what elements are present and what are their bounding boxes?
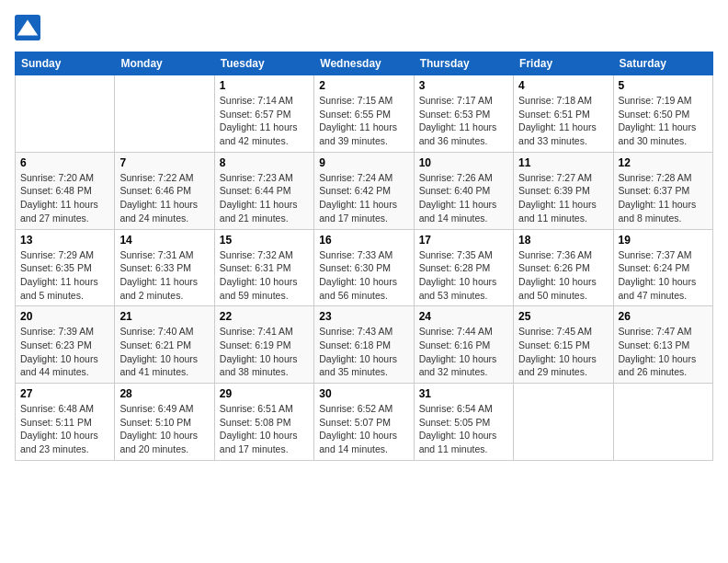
- calendar-cell: [514, 384, 613, 461]
- day-number: 20: [20, 310, 109, 323]
- calendar-cell: 22Sunrise: 7:41 AMSunset: 6:19 PMDayligh…: [214, 306, 313, 384]
- day-info: Sunrise: 7:28 AMSunset: 6:37 PMDaylight:…: [619, 171, 708, 225]
- day-number: 12: [619, 156, 708, 169]
- day-number: 23: [319, 310, 408, 323]
- day-info: Sunrise: 7:24 AMSunset: 6:42 PMDaylight:…: [319, 171, 408, 225]
- day-number: 11: [518, 156, 608, 169]
- day-header-thursday: Thursday: [414, 52, 513, 75]
- day-number: 10: [419, 156, 508, 169]
- calendar-week-4: 20Sunrise: 7:39 AMSunset: 6:23 PMDayligh…: [16, 306, 713, 384]
- day-number: 6: [20, 156, 109, 169]
- calendar-cell: 19Sunrise: 7:37 AMSunset: 6:24 PMDayligh…: [613, 229, 712, 306]
- calendar-cell: 30Sunrise: 6:52 AMSunset: 5:07 PMDayligh…: [314, 384, 414, 461]
- calendar-cell: 14Sunrise: 7:31 AMSunset: 6:33 PMDayligh…: [115, 229, 214, 306]
- day-number: 25: [518, 310, 608, 323]
- calendar-cell: 10Sunrise: 7:26 AMSunset: 6:40 PMDayligh…: [414, 152, 513, 229]
- calendar-cell: [16, 75, 115, 153]
- day-number: 27: [20, 387, 109, 400]
- logo-icon: [15, 15, 40, 40]
- calendar-cell: 27Sunrise: 6:48 AMSunset: 5:11 PMDayligh…: [16, 384, 115, 461]
- day-info: Sunrise: 7:27 AMSunset: 6:39 PMDaylight:…: [518, 171, 608, 225]
- day-number: 14: [119, 234, 209, 247]
- day-info: Sunrise: 6:48 AMSunset: 5:11 PMDaylight:…: [20, 402, 109, 456]
- day-number: 4: [518, 79, 608, 92]
- calendar-week-1: 1Sunrise: 7:14 AMSunset: 6:57 PMDaylight…: [16, 75, 713, 153]
- calendar-cell: 26Sunrise: 7:47 AMSunset: 6:13 PMDayligh…: [613, 306, 712, 384]
- day-number: 22: [220, 310, 309, 323]
- day-number: 17: [419, 234, 508, 247]
- day-info: Sunrise: 7:19 AMSunset: 6:50 PMDaylight:…: [619, 94, 708, 148]
- day-number: 18: [518, 234, 608, 247]
- day-info: Sunrise: 7:47 AMSunset: 6:13 PMDaylight:…: [619, 325, 708, 379]
- day-info: Sunrise: 7:29 AMSunset: 6:35 PMDaylight:…: [20, 248, 109, 303]
- day-info: Sunrise: 7:15 AMSunset: 6:55 PMDaylight:…: [319, 94, 408, 148]
- day-info: Sunrise: 7:36 AMSunset: 6:26 PMDaylight:…: [518, 248, 608, 303]
- day-number: 28: [119, 387, 209, 400]
- calendar-cell: 13Sunrise: 7:29 AMSunset: 6:35 PMDayligh…: [16, 229, 115, 306]
- day-info: Sunrise: 7:14 AMSunset: 6:57 PMDaylight:…: [220, 94, 309, 148]
- day-number: 8: [220, 156, 309, 169]
- day-header-tuesday: Tuesday: [214, 52, 313, 75]
- calendar-cell: 25Sunrise: 7:45 AMSunset: 6:15 PMDayligh…: [514, 306, 613, 384]
- day-info: Sunrise: 7:22 AMSunset: 6:46 PMDaylight:…: [119, 171, 209, 225]
- day-info: Sunrise: 6:49 AMSunset: 5:10 PMDaylight:…: [119, 402, 209, 456]
- day-number: 16: [319, 234, 408, 247]
- day-info: Sunrise: 7:17 AMSunset: 6:53 PMDaylight:…: [419, 94, 508, 148]
- day-header-saturday: Saturday: [613, 52, 712, 75]
- calendar-week-3: 13Sunrise: 7:29 AMSunset: 6:35 PMDayligh…: [16, 229, 713, 306]
- calendar-cell: 29Sunrise: 6:51 AMSunset: 5:08 PMDayligh…: [214, 384, 313, 461]
- calendar-cell: 24Sunrise: 7:44 AMSunset: 6:16 PMDayligh…: [414, 306, 513, 384]
- day-info: Sunrise: 7:40 AMSunset: 6:21 PMDaylight:…: [119, 325, 209, 379]
- calendar-cell: 9Sunrise: 7:24 AMSunset: 6:42 PMDaylight…: [314, 152, 414, 229]
- day-header-sunday: Sunday: [16, 52, 115, 75]
- logo: [15, 15, 44, 40]
- calendar-week-2: 6Sunrise: 7:20 AMSunset: 6:48 PMDaylight…: [16, 152, 713, 229]
- day-info: Sunrise: 7:32 AMSunset: 6:31 PMDaylight:…: [220, 248, 309, 303]
- day-number: 24: [419, 310, 508, 323]
- calendar-cell: 15Sunrise: 7:32 AMSunset: 6:31 PMDayligh…: [214, 229, 313, 306]
- day-header-friday: Friday: [514, 52, 613, 75]
- calendar-cell: 21Sunrise: 7:40 AMSunset: 6:21 PMDayligh…: [115, 306, 214, 384]
- day-number: 2: [319, 79, 408, 92]
- calendar-cell: 17Sunrise: 7:35 AMSunset: 6:28 PMDayligh…: [414, 229, 513, 306]
- day-info: Sunrise: 7:45 AMSunset: 6:15 PMDaylight:…: [518, 325, 608, 379]
- calendar-cell: 31Sunrise: 6:54 AMSunset: 5:05 PMDayligh…: [414, 384, 513, 461]
- day-number: 7: [119, 156, 209, 169]
- day-info: Sunrise: 7:23 AMSunset: 6:44 PMDaylight:…: [220, 171, 309, 225]
- day-info: Sunrise: 7:41 AMSunset: 6:19 PMDaylight:…: [220, 325, 309, 379]
- day-number: 26: [619, 310, 708, 323]
- calendar-table: SundayMondayTuesdayWednesdayThursdayFrid…: [15, 52, 713, 461]
- day-info: Sunrise: 7:44 AMSunset: 6:16 PMDaylight:…: [419, 325, 508, 379]
- calendar-cell: 18Sunrise: 7:36 AMSunset: 6:26 PMDayligh…: [514, 229, 613, 306]
- calendar-cell: [613, 384, 712, 461]
- calendar-cell: 4Sunrise: 7:18 AMSunset: 6:51 PMDaylight…: [514, 75, 613, 153]
- day-number: 1: [220, 79, 309, 92]
- day-info: Sunrise: 7:20 AMSunset: 6:48 PMDaylight:…: [20, 171, 109, 225]
- calendar-cell: 8Sunrise: 7:23 AMSunset: 6:44 PMDaylight…: [214, 152, 313, 229]
- day-header-wednesday: Wednesday: [314, 52, 414, 75]
- day-info: Sunrise: 7:43 AMSunset: 6:18 PMDaylight:…: [319, 325, 408, 379]
- calendar-cell: 7Sunrise: 7:22 AMSunset: 6:46 PMDaylight…: [115, 152, 214, 229]
- day-number: 29: [220, 387, 309, 400]
- day-number: 30: [319, 387, 408, 400]
- day-number: 21: [119, 310, 209, 323]
- day-info: Sunrise: 7:33 AMSunset: 6:30 PMDaylight:…: [319, 248, 408, 303]
- calendar-week-5: 27Sunrise: 6:48 AMSunset: 5:11 PMDayligh…: [16, 384, 713, 461]
- day-number: 13: [20, 234, 109, 247]
- calendar-cell: 2Sunrise: 7:15 AMSunset: 6:55 PMDaylight…: [314, 75, 414, 153]
- calendar-cell: 20Sunrise: 7:39 AMSunset: 6:23 PMDayligh…: [16, 306, 115, 384]
- calendar-cell: 23Sunrise: 7:43 AMSunset: 6:18 PMDayligh…: [314, 306, 414, 384]
- day-info: Sunrise: 7:39 AMSunset: 6:23 PMDaylight:…: [20, 325, 109, 379]
- day-info: Sunrise: 7:31 AMSunset: 6:33 PMDaylight:…: [119, 248, 209, 303]
- day-info: Sunrise: 6:51 AMSunset: 5:08 PMDaylight:…: [220, 402, 309, 456]
- day-info: Sunrise: 6:52 AMSunset: 5:07 PMDaylight:…: [319, 402, 408, 456]
- day-number: 19: [619, 234, 708, 247]
- calendar-cell: 5Sunrise: 7:19 AMSunset: 6:50 PMDaylight…: [613, 75, 712, 153]
- day-info: Sunrise: 7:35 AMSunset: 6:28 PMDaylight:…: [419, 248, 508, 303]
- calendar-cell: 6Sunrise: 7:20 AMSunset: 6:48 PMDaylight…: [16, 152, 115, 229]
- calendar-cell: 1Sunrise: 7:14 AMSunset: 6:57 PMDaylight…: [214, 75, 313, 153]
- calendar-cell: 16Sunrise: 7:33 AMSunset: 6:30 PMDayligh…: [314, 229, 414, 306]
- day-number: 31: [419, 387, 508, 400]
- day-number: 9: [319, 156, 408, 169]
- day-info: Sunrise: 7:18 AMSunset: 6:51 PMDaylight:…: [518, 94, 608, 148]
